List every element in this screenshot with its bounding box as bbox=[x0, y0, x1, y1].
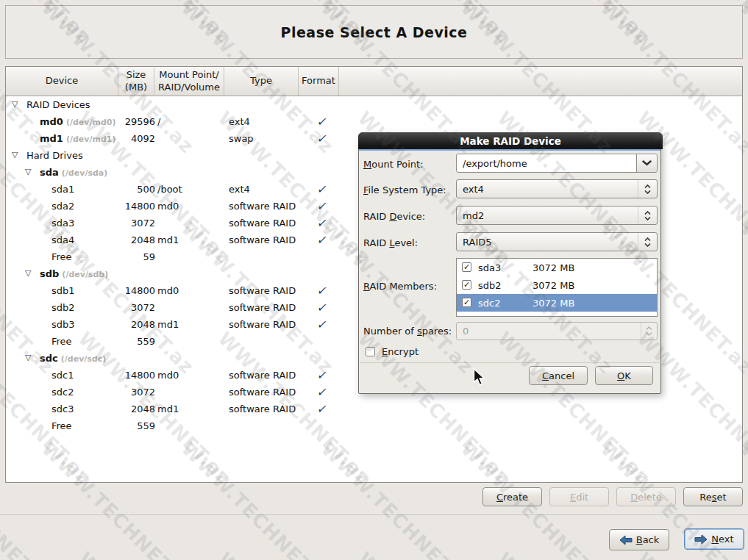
device-name: sda3 bbox=[51, 218, 74, 229]
member-name: sdc2 bbox=[478, 298, 500, 309]
device-name: sda(/dev/sda) bbox=[40, 167, 107, 178]
ok-button[interactable]: OK bbox=[595, 366, 653, 385]
next-button[interactable]: Next bbox=[684, 528, 744, 550]
spares-label: Number of spares: bbox=[363, 326, 452, 337]
cancel-button[interactable]: Cancel bbox=[529, 366, 588, 385]
mount-point-dropdown-button[interactable] bbox=[636, 154, 657, 172]
raid-level-label: RAID Level: bbox=[363, 237, 418, 248]
format-check-icon: ✓ bbox=[310, 115, 332, 129]
format-check-icon: ✓ bbox=[310, 385, 332, 399]
format-check-icon: ✓ bbox=[310, 402, 332, 416]
column-header-format[interactable]: Format bbox=[299, 67, 339, 96]
bottom-separator bbox=[0, 514, 748, 515]
create-button[interactable]: Create bbox=[482, 487, 542, 506]
raid-members-label: RAID Members: bbox=[363, 281, 437, 292]
back-arrow-icon bbox=[619, 535, 633, 545]
table-row[interactable]: ▽RAID Devices bbox=[6, 97, 742, 114]
spares-spinner-icon bbox=[641, 323, 657, 340]
device-type: software RAID bbox=[229, 319, 296, 330]
dialog-titlebar[interactable]: Make RAID Device bbox=[358, 132, 663, 149]
device-name: sdb(/dev/sdb) bbox=[40, 268, 108, 279]
raid-level-spinner-icon[interactable] bbox=[638, 233, 657, 251]
member-size: 3072 MB bbox=[532, 280, 574, 291]
fs-type-value: ext4 bbox=[457, 184, 638, 195]
mount-point-combo[interactable]: /export/home bbox=[456, 154, 658, 173]
device-name: Hard Drives bbox=[26, 150, 83, 161]
device-name: sdb3 bbox=[51, 319, 75, 330]
device-type: software RAID bbox=[229, 370, 296, 381]
table-row[interactable]: sdc32048md1software RAID✓ bbox=[6, 401, 742, 418]
device-path: (/dev/sda) bbox=[62, 168, 107, 178]
device-name: sda1 bbox=[51, 184, 74, 195]
device-size: 500 bbox=[93, 184, 155, 195]
member-checkbox[interactable]: ✓ bbox=[462, 280, 471, 290]
format-check-icon: ✓ bbox=[310, 132, 332, 146]
column-header-device[interactable]: Device bbox=[6, 67, 118, 96]
device-mount-point: / bbox=[157, 116, 160, 127]
encrypt-checkbox[interactable] bbox=[366, 347, 375, 356]
raid-device-spinner-icon[interactable] bbox=[638, 207, 657, 224]
device-size: 2048 bbox=[93, 234, 155, 245]
device-name: sdc(/dev/sdc) bbox=[40, 353, 106, 364]
device-size: 14800 bbox=[93, 285, 155, 296]
dialog-title-accent bbox=[359, 149, 660, 151]
tree-expander-icon[interactable]: ▽ bbox=[12, 99, 18, 109]
device-mount-point: md1 bbox=[157, 234, 179, 245]
raid-level-combo[interactable]: RAID5 bbox=[456, 232, 658, 251]
device-type: software RAID bbox=[229, 218, 296, 229]
format-check-icon: ✓ bbox=[310, 199, 332, 213]
raid-member-row[interactable]: ✓sda33072 MB bbox=[457, 259, 657, 276]
fs-type-spinner-icon[interactable] bbox=[638, 180, 657, 198]
raid-device-combo[interactable]: md2 bbox=[456, 206, 658, 225]
tree-expander-icon[interactable]: ▽ bbox=[25, 353, 31, 362]
tree-expander-icon[interactable]: ▽ bbox=[25, 268, 31, 278]
back-button-label: Back bbox=[636, 534, 660, 545]
device-type: software RAID bbox=[229, 403, 296, 414]
device-mount-point: md0 bbox=[157, 370, 179, 381]
watermark-text: WWW.TECHNET.az bbox=[353, 548, 514, 560]
edit-button[interactable]: Edit bbox=[549, 487, 609, 506]
page-title-box: Please Select A Device bbox=[5, 5, 743, 59]
next-button-label: Next bbox=[711, 534, 733, 545]
column-header-type[interactable]: Type bbox=[224, 67, 299, 96]
table-row[interactable]: Free559 bbox=[6, 418, 742, 435]
device-type: ext4 bbox=[229, 116, 250, 127]
device-type: software RAID bbox=[229, 302, 296, 313]
device-mount-point: md0 bbox=[157, 285, 179, 296]
device-name: sdb1 bbox=[51, 285, 75, 296]
spares-spinbox[interactable]: 0 bbox=[456, 322, 658, 340]
format-check-icon: ✓ bbox=[310, 368, 332, 382]
raid-member-row[interactable]: ✓sdb23072 MB bbox=[457, 276, 657, 294]
device-path: (/dev/sdc) bbox=[61, 354, 107, 364]
member-checkbox[interactable]: ✓ bbox=[462, 262, 471, 272]
device-size: 559 bbox=[93, 336, 155, 347]
member-checkbox[interactable]: ✓ bbox=[462, 298, 471, 307]
device-mount-point: md1 bbox=[157, 403, 179, 414]
mount-point-value: /export/home bbox=[457, 158, 636, 169]
device-type: software RAID bbox=[229, 387, 296, 398]
column-header-mount[interactable]: Mount Point/ RAID/Volume bbox=[154, 67, 224, 96]
format-check-icon: ✓ bbox=[310, 233, 332, 247]
device-name: sda4 bbox=[51, 234, 74, 245]
reset-button[interactable]: Reset bbox=[683, 487, 743, 506]
back-button[interactable]: Back bbox=[609, 529, 669, 550]
device-name: Free bbox=[51, 251, 72, 262]
device-name: sdc2 bbox=[51, 387, 74, 398]
tree-expander-icon[interactable]: ▽ bbox=[12, 150, 18, 159]
delete-button[interactable]: Delete bbox=[616, 487, 676, 506]
fs-type-combo[interactable]: ext4 bbox=[456, 179, 658, 198]
device-name: sdc1 bbox=[51, 370, 74, 381]
device-size: 59 bbox=[93, 251, 155, 262]
device-name: Free bbox=[51, 420, 72, 431]
table-header-row: Device Size (MB) Mount Point/ RAID/Volum… bbox=[6, 67, 742, 96]
device-type: software RAID bbox=[229, 285, 296, 296]
column-header-size[interactable]: Size (MB) bbox=[118, 67, 154, 96]
raid-members-list[interactable]: ✓sda33072 MB✓sdb23072 MB✓sdc23072 MB bbox=[456, 258, 658, 317]
table-row[interactable]: md0(/dev/md0)29596/ext4✓ bbox=[6, 114, 742, 131]
device-size: 3072 bbox=[93, 218, 155, 229]
mouse-cursor bbox=[473, 368, 487, 387]
raid-member-row[interactable]: ✓sdc23072 MB bbox=[457, 294, 657, 312]
device-size: 2048 bbox=[93, 319, 155, 330]
watermark-text: WWW.TECHNET.az bbox=[213, 548, 374, 560]
tree-expander-icon[interactable]: ▽ bbox=[25, 167, 31, 176]
